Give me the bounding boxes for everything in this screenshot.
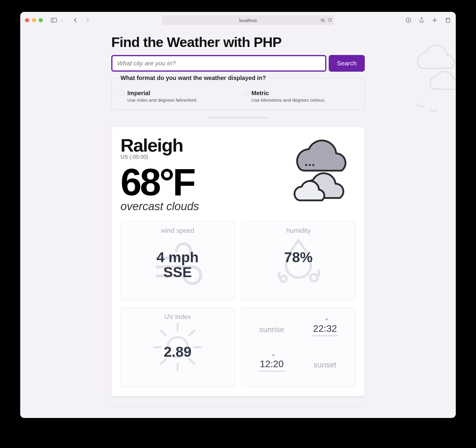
temperature: 68°F [120, 163, 272, 201]
nav-forward-button[interactable] [84, 17, 91, 23]
svg-point-8 [310, 274, 317, 281]
wind-speed-value: 4 mph [156, 250, 198, 265]
nav-back-button[interactable] [72, 17, 79, 23]
search-button[interactable]: Search [329, 55, 365, 72]
close-window-button[interactable] [25, 18, 29, 22]
format-option-imperial[interactable]: Imperial Use miles and degrees fahrenhei… [119, 90, 233, 103]
browser-window: ⌄ localhost ᵃA [20, 12, 456, 418]
new-tab-icon[interactable] [431, 17, 438, 23]
sunrise-sunset-card: sunrise 22:32 12:20 sunset [241, 307, 356, 387]
browser-toolbar: ⌄ localhost ᵃA [20, 12, 456, 29]
metric-title: wind speed [161, 227, 194, 235]
svg-rect-6 [312, 164, 314, 166]
footer-divider [111, 407, 365, 407]
overcast-clouds-icon [278, 135, 356, 213]
humidity-card: humidity 78% [241, 221, 356, 301]
downloads-icon[interactable] [405, 17, 412, 23]
address-bar[interactable]: localhost ᵃA [162, 15, 334, 25]
svg-line-17 [161, 359, 166, 364]
weather-card: Raleigh US (-05:00) 68°F overcast clouds [111, 127, 365, 396]
share-icon[interactable] [418, 17, 425, 23]
svg-rect-4 [305, 164, 307, 166]
format-legend: What format do you want the weather disp… [119, 75, 267, 81]
translate-icon[interactable]: ᵃA [320, 18, 325, 23]
metric-title: UV index [164, 313, 191, 321]
fullscreen-window-button[interactable] [39, 18, 43, 22]
svg-rect-5 [309, 164, 311, 166]
city-search-input[interactable] [111, 55, 326, 72]
format-option-metric[interactable]: Metric Use kilometres and degrees celsiu… [243, 90, 357, 103]
tab-group-chevron-icon[interactable]: ⌄ [61, 18, 63, 22]
uv-index-value: 2.89 [164, 345, 191, 359]
sunset-label: sunset [314, 360, 336, 370]
humidity-value: 78% [284, 250, 313, 265]
sunset-time: 12:20 [259, 359, 285, 372]
format-option-label: Imperial [127, 90, 198, 97]
wind-speed-card: wind speed 4 mph SSE [120, 221, 235, 301]
metric-title: humidity [286, 227, 311, 235]
address-bar-url: localhost [239, 18, 257, 23]
address-bar-controls: ᵃA [320, 18, 332, 23]
uv-index-card: UV index [120, 307, 235, 387]
wind-direction: SSE [156, 265, 198, 280]
format-fieldset: What format do you want the weather disp… [111, 75, 365, 110]
svg-line-15 [190, 359, 194, 364]
radio-icon[interactable] [119, 91, 124, 96]
minimize-window-button[interactable] [32, 18, 36, 22]
city-name: Raleigh [120, 135, 272, 156]
sunrise-label: sunrise [259, 325, 284, 334]
window-traffic-lights [25, 18, 43, 22]
radio-icon[interactable] [243, 91, 248, 96]
svg-point-7 [281, 276, 286, 282]
decorative-clouds-icon [408, 40, 456, 116]
svg-rect-0 [51, 18, 57, 22]
conditions-text: overcast clouds [120, 200, 272, 213]
format-option-description: Use miles and degrees fahrenheit. [127, 98, 198, 103]
reload-icon[interactable] [328, 18, 332, 23]
sunrise-time: 22:32 [312, 323, 338, 336]
page-title: Find the Weather with PHP [111, 34, 365, 50]
sidebar-toggle-icon[interactable] [51, 17, 57, 23]
format-option-description: Use kilometres and degrees celsius. [251, 98, 325, 103]
section-divider [208, 117, 268, 118]
tab-overview-icon[interactable] [444, 17, 451, 23]
country-timezone: US (-05:00) [120, 154, 272, 160]
svg-line-14 [161, 331, 166, 335]
svg-line-16 [190, 331, 194, 335]
svg-rect-3 [446, 19, 450, 22]
page-body: Find the Weather with PHP Search What fo… [20, 29, 456, 418]
format-option-label: Metric [251, 90, 325, 97]
